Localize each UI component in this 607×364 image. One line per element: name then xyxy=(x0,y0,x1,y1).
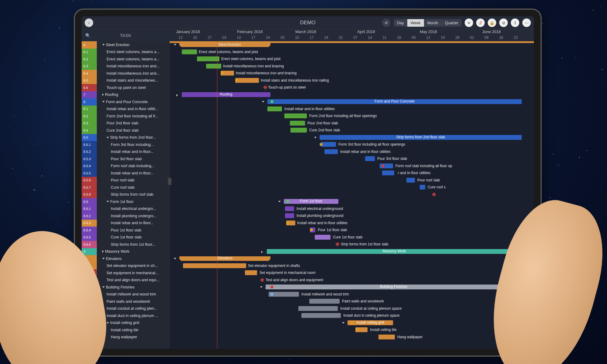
gantt-expand-icon[interactable] xyxy=(174,44,176,46)
gantt-row[interactable]: Set equipment in mechanical room xyxy=(170,269,534,277)
gantt-row[interactable]: Install duct in ceiling plenum space xyxy=(170,312,534,319)
gantt-bar[interactable] xyxy=(309,299,340,304)
task-row[interactable]: 10.3Test and align doors and equi... xyxy=(82,277,169,284)
split-icon[interactable]: ⇵ xyxy=(476,19,485,27)
gantt-bar[interactable] xyxy=(321,142,336,147)
task-row[interactable]: 8.3Pour 2nd floor slab xyxy=(82,120,169,127)
gantt-row[interactable]: Form 3rd floor including all floor openi… xyxy=(170,141,534,148)
gantt-bar[interactable] xyxy=(183,263,246,268)
task-row[interactable]: 6Steel Erection xyxy=(82,41,169,49)
search-icon[interactable]: 🔍 xyxy=(85,33,90,38)
task-row[interactable]: 8.5.4Form roof slab including... xyxy=(82,163,169,170)
task-row[interactable]: 8.5Strip forms from 2nd floor... xyxy=(82,134,169,141)
task-row[interactable]: 8.5.2Install rebar and in-floor... xyxy=(82,148,169,156)
gantt-row[interactable]: Cure roof s xyxy=(170,184,534,191)
gantt-row[interactable]: Test and align doors and equipment xyxy=(170,277,534,284)
gantt-expand-icon[interactable] xyxy=(261,251,263,253)
gantt-chart[interactable]: Steel ErectionErect steel columns, beams… xyxy=(170,41,534,349)
zoom-quarter[interactable]: Quarter xyxy=(442,19,462,27)
gantt-row[interactable]: Touch-up paint on steel xyxy=(170,84,534,91)
column-resize-handle[interactable] xyxy=(168,178,171,185)
task-row[interactable]: 11.1Install millwork and wood trim xyxy=(82,291,169,298)
task-row[interactable]: Hang wallpaper xyxy=(82,334,169,341)
gantt-row[interactable]: Masonry Work xyxy=(170,248,534,255)
task-row[interactable]: 11.2Paint walls and woodwork xyxy=(82,298,169,305)
task-row[interactable]: 11.3Install conduit at ceiling plen... xyxy=(82,305,169,312)
expand-toggle-icon[interactable] xyxy=(102,250,104,253)
gantt-row[interactable]: Install stairs and miscellaneous iron ra… xyxy=(170,77,534,84)
gantt-row[interactable]: Install rebar and in-floor utilities xyxy=(170,106,534,113)
gantt-row[interactable]: Install ceiling tile xyxy=(170,326,534,334)
task-row[interactable]: 11.4Install duct in ceiling plenum ... xyxy=(82,312,169,319)
task-row[interactable]: 6.5Install stairs and miscellaneo... xyxy=(82,77,169,84)
task-row[interactable]: Install ceiling tile xyxy=(82,326,169,334)
task-row[interactable]: 11Building Finishes xyxy=(82,284,169,291)
task-row[interactable]: 8.6.2Install plumbing undergro... xyxy=(82,212,169,220)
gantt-row[interactable]: Install miscellaneous iron and bracing xyxy=(170,70,534,77)
timeline-header[interactable]: January 2018February 2018March 2018April… xyxy=(170,29,534,41)
task-row[interactable]: 8.1Install rebar and in-floor utiliti... xyxy=(82,106,169,113)
gantt-bar[interactable] xyxy=(365,156,375,161)
gantt-row[interactable]: Erect steel columns, beams and joist xyxy=(170,56,534,63)
expand-toggle-icon[interactable] xyxy=(107,322,109,324)
task-row[interactable]: 10.1Set elevator equipment in sh... xyxy=(82,262,169,270)
expand-toggle-icon[interactable] xyxy=(102,93,104,96)
gantt-bar[interactable] xyxy=(298,306,338,311)
task-row[interactable]: 8.6.5Cure 1st floor slab xyxy=(82,234,169,241)
gantt-row[interactable]: Form and Pour Concrete xyxy=(170,98,534,106)
expand-toggle-icon[interactable] xyxy=(102,44,105,46)
gantt-row[interactable]: Pour 3rd floor slab xyxy=(170,155,534,163)
gantt-row[interactable]: Strip forms from 2nd floor slab xyxy=(170,134,534,141)
task-row[interactable]: 6.1Erect steel columns, beams a... xyxy=(82,49,169,56)
gantt-expand-icon[interactable] xyxy=(262,101,264,103)
task-row[interactable]: 8.5.5Install rebar and in-floor... xyxy=(82,170,169,177)
gantt-bar[interactable] xyxy=(420,185,425,190)
gantt-bar[interactable] xyxy=(315,235,331,240)
task-row[interactable]: Install ceiling grid xyxy=(82,319,169,327)
expand-toggle-icon[interactable] xyxy=(107,201,109,202)
gantt-row[interactable]: Steel Erection xyxy=(170,41,534,49)
task-row[interactable]: 8Form and Pour Concrete xyxy=(82,98,169,106)
task-row[interactable]: 8.5.7Cure roof slab xyxy=(82,184,169,191)
filter-icon[interactable]: ≡ xyxy=(465,19,473,27)
expand-toggle-icon[interactable] xyxy=(102,286,105,288)
task-row[interactable]: 8.5.1Form 3rd floor including... xyxy=(82,141,169,148)
gantt-bar[interactable] xyxy=(285,206,294,211)
gantt-row[interactable]: Erect steel columns, beams and joist xyxy=(170,49,534,56)
gantt-row[interactable]: Pour 2nd floor slab xyxy=(170,120,534,127)
gantt-expand-icon[interactable] xyxy=(174,258,176,259)
gantt-row[interactable]: Form 1st floor xyxy=(170,198,534,205)
gantt-bar[interactable] xyxy=(324,149,338,154)
zoom-month[interactable]: Month xyxy=(424,19,442,27)
gantt-row[interactable]: Install millwork and wood trim xyxy=(170,291,534,298)
task-row[interactable]: 8.4Cure 2nd floor slab xyxy=(82,127,169,134)
task-row[interactable]: 10.2Set equipment in mechanical... xyxy=(82,269,169,277)
task-row[interactable]: 6.2Erect steel columns, beams a... xyxy=(82,56,169,63)
gantt-expand-icon[interactable] xyxy=(342,322,344,324)
task-list[interactable]: 6Steel Erection6.1Erect steel columns, b… xyxy=(82,41,170,349)
gantt-bar[interactable] xyxy=(245,270,257,275)
link-icon[interactable]: ⊘ xyxy=(499,19,508,27)
gantt-bar[interactable] xyxy=(206,64,221,69)
gantt-bar[interactable] xyxy=(285,213,294,218)
gantt-row[interactable]: Cure 1st floor slab xyxy=(170,234,534,241)
gantt-expand-icon[interactable] xyxy=(176,94,178,96)
gantt-row[interactable]: Paint walls and woodwork xyxy=(170,298,534,305)
zoom-week[interactable]: Week xyxy=(407,19,424,27)
milestone-diamond[interactable] xyxy=(263,85,267,89)
gantt-row[interactable]: Set elevator equipment in shafts xyxy=(170,262,534,270)
task-row[interactable]: 8.5.3Pour 3rd floor slab xyxy=(82,155,169,163)
gantt-bar[interactable] xyxy=(197,56,219,61)
gantt-bar[interactable] xyxy=(267,106,282,111)
gantt-row[interactable]: Form roof slab including all floor op xyxy=(170,163,534,170)
gantt-bar[interactable] xyxy=(290,121,305,126)
lock-icon[interactable]: 🔒 xyxy=(488,19,496,27)
task-row[interactable]: 6.3Install miscellaneous iron and... xyxy=(82,63,169,70)
task-row[interactable]: 10Elevators xyxy=(82,255,169,262)
gantt-row[interactable]: Install rebar and in-floor utilities xyxy=(170,220,534,227)
task-row[interactable]: 8.6.4Pour 1st floor slab xyxy=(82,227,169,234)
expand-toggle-icon[interactable] xyxy=(102,101,105,103)
gantt-bar[interactable] xyxy=(235,78,259,83)
task-row[interactable]: 8.6.3Install rebar and in-floor... xyxy=(82,220,169,227)
undo-button[interactable]: ↺ xyxy=(382,19,391,27)
